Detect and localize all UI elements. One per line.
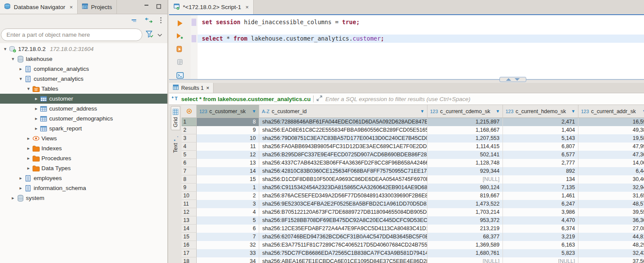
tree-item-172.18.0.2[interactable]: ▾172.18.0.2172.18.0.2:31604 [0,44,167,54]
cell-c_current_cdemo_sk[interactable]: 1,128,748 [427,159,503,167]
cell-c_customer_sk[interactable]: 32 [197,241,259,249]
cell-c_customer_sk[interactable]: 13 [197,159,259,167]
presentation-tab-grid[interactable]: Grid [171,106,180,130]
chevron-expanded-icon[interactable]: ▾ [9,56,16,62]
sql-console-icon[interactable] [176,72,184,79]
cell-c_current_addr_sk[interactable]: 37,50 [578,257,644,263]
cell-c_current_addr_sk[interactable]: 6,44 [578,167,644,175]
chevron-collapsed-icon[interactable]: ▸ [17,175,24,181]
sql-blank-line[interactable] [198,26,644,35]
cell-c_customer_id[interactable]: sha256:12CE35EFDABF272A4A47E9FA9CC5D4113… [259,225,427,233]
cell-c_current_hdemo_sk[interactable]: [NULL] [503,257,578,263]
cell-c_customer_id[interactable]: sha256:EAD8E61C8C22E555834FBBA9B60556CB2… [259,126,427,134]
cell-c_customer_sk[interactable]: 7 [197,233,259,241]
cell-c_customer_id[interactable]: sha256:79D08751C3EA7C83BA57D177E00413D0C… [259,134,427,143]
cell-c_customer_sk[interactable]: 33 [197,249,259,257]
grid-row-14[interactable]: 146sha256:12CE35EFDABF272A4A47E9FA9CC5D4… [182,225,644,233]
grid-row-11[interactable]: 113sha256:9E52303CE4FBA2E2F0525E8A5BFBD2… [182,200,644,208]
grid-row-8[interactable]: 815sha256:D1CDF8DBB10F500EA9693C86DE6DEA… [182,175,644,184]
tree-item-lakehouse[interactable]: ▾lakehouse [0,54,167,64]
cell-c_current_hdemo_sk[interactable]: 6,807 [503,143,578,151]
cell-c_customer_sk[interactable]: 10 [197,134,259,143]
cell-c_current_addr_sk[interactable]: 32,43 [578,249,644,257]
cell-c_customer_sk[interactable]: 8 [197,118,259,126]
cell-c_current_addr_sk[interactable]: 44,81 [578,233,644,241]
maximize-icon[interactable] [156,4,161,10]
cell-c_current_hdemo_sk[interactable]: 134 [503,175,578,184]
cell-c_customer_id[interactable]: sha256:C9115342454A2323DA815865CAA326064… [259,184,427,192]
view-menu-icon[interactable] [160,17,162,25]
cell-c_current_cdemo_sk[interactable]: 953,372 [427,216,503,225]
column-dropdown-icon[interactable]: ▼ [420,109,424,114]
sash-collapse-control[interactable] [499,77,526,82]
cell-c_current_addr_sk[interactable]: 49,38 [578,126,644,134]
cell-c_current_cdemo_sk[interactable]: 68,377 [427,233,503,241]
cell-c_customer_id[interactable]: sha256:B705122120A673FC7DE6889727DB11809… [259,208,427,216]
cell-c_customer_id[interactable]: sha256:876ACE5EFED349A2D56F77D5084891433… [259,192,427,200]
cell-c_customer_sk[interactable]: 11 [197,143,259,151]
cell-c_current_cdemo_sk[interactable]: 213,219 [427,225,503,233]
row-number[interactable]: 15 [182,233,197,241]
column-dropdown-icon[interactable]: ▼ [496,109,500,114]
cell-c_customer_sk[interactable]: 2 [197,192,259,200]
cell-c_current_hdemo_sk[interactable]: 2,777 [503,159,578,167]
grid-row-18[interactable]: 1834sha256:ABEA16E7E1ECBDCA6E01CE1095D84… [182,257,644,263]
execute-script-icon[interactable] [176,45,184,53]
tree-item-indexes[interactable]: ▸Indexes [0,143,167,153]
cell-c_current_hdemo_sk[interactable]: 5,823 [503,249,578,257]
cell-c_current_addr_sk[interactable]: 47,99 [578,143,644,151]
presentation-tab-text[interactable]: Text T [171,133,180,156]
cell-c_current_cdemo_sk[interactable]: 1,114,415 [427,143,503,151]
cell-c_customer_id[interactable]: sha256:D1CDF8DBB10F500EA9693C86DE6DEAA05… [259,175,427,184]
cell-c_current_hdemo_sk[interactable]: 5,143 [503,134,578,143]
sql-line[interactable]: select * from lakehouse.customer_analyti… [198,35,644,43]
link-with-editor-icon[interactable] [145,18,153,24]
cell-c_current_addr_sk[interactable]: 47,36 [578,151,644,159]
cell-c_current_addr_sk[interactable]: 32,94 [578,184,644,192]
cell-c_current_cdemo_sk[interactable]: 1,215,897 [427,118,503,126]
cell-c_current_addr_sk[interactable]: 30,46 [578,175,644,184]
cell-c_current_hdemo_sk[interactable]: 892 [503,167,578,175]
cell-c_current_hdemo_sk[interactable]: 7,135 [503,184,578,192]
cell-c_current_hdemo_sk[interactable]: 6,577 [503,151,578,159]
cell-c_current_addr_sk[interactable]: 16,59 [578,118,644,126]
grid-row-10[interactable]: 102sha256:876ACE5EFED349A2D56F77D5084891… [182,192,644,200]
chevron-collapsed-icon[interactable]: ▸ [25,146,32,151]
chevron-collapsed-icon[interactable]: ▸ [33,116,40,121]
cell-c_customer_id[interactable]: sha256:9E52303CE4FBA2E2F0525E8A5BFBD2C1A… [259,200,427,208]
cell-c_current_addr_sk[interactable]: 19,58 [578,134,644,143]
row-number[interactable]: 8 [182,175,197,184]
column-header-c_current_addr_sk[interactable]: 123c_current_addr_sk▼ [578,105,644,118]
column-dropdown-icon[interactable]: ▼ [571,109,575,114]
chevron-down-icon[interactable] [157,32,162,38]
cell-c_customer_sk[interactable]: 34 [197,257,259,263]
chevron-expanded-icon[interactable]: ▾ [2,46,9,52]
tree-item-procedures[interactable]: ▸Procedures [0,153,167,163]
grid-row-2[interactable]: 29sha256:EAD8E61C8C22E555834FBBA9B60556C… [182,126,644,134]
cell-c_current_cdemo_sk[interactable]: [NULL] [427,257,503,263]
cell-c_current_cdemo_sk[interactable]: 1,168,667 [427,126,503,134]
column-header-c_current_cdemo_sk[interactable]: 123c_current_cdemo_sk▼ [427,105,503,118]
cell-c_current_hdemo_sk[interactable]: 1,461 [503,192,578,200]
filter-icon[interactable] [146,31,154,39]
row-number[interactable]: 4 [182,143,197,151]
cell-c_customer_sk[interactable]: 9 [197,126,259,134]
cell-c_current_hdemo_sk[interactable]: 3,219 [503,233,578,241]
column-dropdown-icon[interactable]: ▼ [642,109,644,114]
tree-item-customer-demographics[interactable]: ▸customer_demographics [0,114,167,124]
cell-c_current_cdemo_sk[interactable]: 1,473,522 [427,200,503,208]
row-number[interactable]: 18 [182,257,197,263]
grid-row-16[interactable]: 1632sha256:E3A77511F81C7289C76C4065217D5… [182,241,644,249]
close-icon[interactable]: × [69,4,73,10]
cell-c_customer_id[interactable]: sha256:42810C83B0360CE125634F068BAF8FF75… [259,167,427,175]
object-search-input[interactable] [1,29,142,41]
chevron-collapsed-icon[interactable]: ▸ [33,96,40,101]
collapse-down-icon[interactable] [515,78,520,81]
grid-row-7[interactable]: 714sha256:42810C83B0360CE125634F068BAF8F… [182,167,644,175]
row-number[interactable]: 12 [182,208,197,216]
cell-c_customer_id[interactable]: sha256:8F1528BB708DF69EB475DC92A8C20EC44… [259,216,427,225]
collapse-all-icon[interactable] [131,18,138,24]
tree-item-information-schema[interactable]: ▸information_schema [0,183,167,193]
execute-statement-icon[interactable] [176,19,184,27]
chevron-collapsed-icon[interactable]: ▸ [25,165,32,171]
